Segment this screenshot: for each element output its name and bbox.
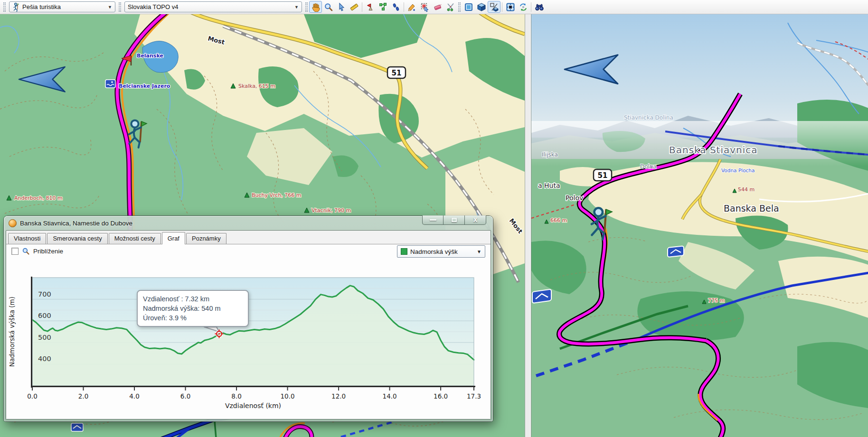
- marquee-select-tool-button[interactable]: [418, 1, 431, 13]
- tab-smerovania-cesty[interactable]: Smerovania cesty: [47, 233, 107, 244]
- center-map-icon: [506, 2, 515, 12]
- magnifier-icon: [324, 2, 333, 12]
- cursor-icon: [337, 2, 346, 12]
- map-label: a Huta: [538, 182, 560, 189]
- app-window: Pešia turistika ▼ Slovakia TOPO v4 ▼: [0, 0, 868, 437]
- ruler-icon: [349, 2, 359, 12]
- svg-text:Nadmorská výška (m): Nadmorská výška (m): [8, 297, 16, 367]
- footprints-icon: [391, 2, 401, 12]
- toolbar-separator: [404, 2, 404, 12]
- tab-mo-nosti-cesty[interactable]: Možnosti cesty: [109, 233, 161, 244]
- zoom-checkbox-label: Priblíženie: [33, 248, 63, 255]
- binoculars-icon: [535, 2, 544, 12]
- svg-text:400: 400: [38, 355, 51, 363]
- series-selector-value: Nadmorská výšk: [410, 248, 458, 255]
- map-label: Stiavnicka Dolina: [624, 114, 673, 121]
- svg-text:51: 51: [598, 171, 608, 180]
- erase-tool-button[interactable]: [431, 1, 444, 13]
- selection-tool-button[interactable]: [335, 1, 348, 13]
- recalculate-tool-button[interactable]: [517, 1, 529, 13]
- close-button[interactable]: X: [465, 215, 486, 225]
- horizon-haze: [531, 121, 868, 166]
- route-icon: [9, 219, 17, 227]
- split-3d-view-tool-button[interactable]: [488, 1, 500, 13]
- dialog-titlebar[interactable]: Banska Stiavnica, Namestie do Dubove: [4, 216, 493, 230]
- toolbar-grip[interactable]: [119, 2, 121, 12]
- map-label: 666 m: [550, 217, 567, 223]
- elevation-profile-chart[interactable]: 4005006007000.02.04.06.08.010.012.014.01…: [4, 261, 493, 421]
- toolbar-grip[interactable]: [458, 2, 461, 12]
- tab-pozn-mky[interactable]: Poznámky: [186, 233, 226, 244]
- map-label: Dolna: [640, 163, 657, 170]
- map-3d-pane[interactable]: Stiavnicka DolinaIlijskaa HutaPolovBansk…: [531, 14, 868, 437]
- edit-pencil-icon: [407, 2, 417, 12]
- maximize-icon: [452, 218, 457, 222]
- maximize-button[interactable]: [443, 215, 465, 225]
- svg-text:16.0: 16.0: [434, 392, 448, 400]
- blue-square-icon: [464, 2, 473, 12]
- map-label: Belanske: [137, 53, 163, 59]
- route-icon: [378, 2, 388, 12]
- minimize-button[interactable]: [422, 215, 443, 225]
- map-label: 775 m: [708, 298, 725, 304]
- zoom-tool-button[interactable]: [322, 1, 335, 13]
- map-label: Banska Bela: [724, 203, 779, 214]
- road-shield: 51: [594, 169, 612, 181]
- series-color-swatch: [401, 248, 407, 255]
- map-label: Vtacnik, 790 m: [311, 207, 351, 214]
- area-select-tool-button[interactable]: [462, 1, 475, 13]
- svg-text:0.0: 0.0: [27, 392, 37, 400]
- activity-profile-combobox[interactable]: Pešia turistika ▼: [9, 1, 115, 12]
- route-tool-button[interactable]: [377, 1, 389, 13]
- window-buttons: X: [422, 215, 486, 225]
- svg-text:Vzdialenosť (km): Vzdialenosť (km): [225, 402, 281, 409]
- tab-vlastnosti[interactable]: Vlastnosti: [8, 233, 46, 244]
- road-shield: 51: [387, 67, 406, 78]
- toolbar-separator: [502, 2, 502, 12]
- toolbar-grip[interactable]: [305, 2, 308, 12]
- tab-graf[interactable]: Graf: [162, 232, 185, 244]
- chevron-down-icon: ▼: [477, 249, 481, 254]
- svg-text:17.3: 17.3: [467, 392, 481, 400]
- svg-text:2.0: 2.0: [78, 392, 88, 400]
- measure-tool-button[interactable]: [348, 1, 360, 13]
- pane-splitter[interactable]: [525, 14, 531, 437]
- series-selector-combobox[interactable]: Nadmorská výšk ▼: [397, 245, 485, 258]
- map-label: Buchy Vrch, 766 m: [252, 192, 302, 198]
- chevron-down-icon: ▼: [108, 5, 112, 9]
- route-properties-dialog: Banska Stiavnica, Namestie do Dubove X V…: [4, 216, 493, 421]
- center-map-tool-button[interactable]: [504, 1, 517, 13]
- waypoint-flag-icon: [366, 2, 375, 12]
- topo-map-3d: Stiavnicka DolinaIlijskaa HutaPolovBansk…: [531, 14, 868, 437]
- minimize-icon: [430, 219, 436, 221]
- map-label: Vodna Plocha: [721, 167, 755, 173]
- cut-tool-button[interactable]: [444, 1, 457, 13]
- map-product-value: Slovakia TOPO v4: [128, 3, 178, 10]
- view-3d-tool-button[interactable]: [475, 1, 488, 13]
- svg-text:51: 51: [392, 69, 402, 77]
- map-label: Belcianske Jazero: [119, 83, 170, 89]
- toolbar-grip[interactable]: [3, 2, 6, 12]
- scissors-icon: [446, 2, 455, 12]
- toolbar-separator: [531, 2, 531, 12]
- zoom-checkbox[interactable]: [11, 248, 19, 255]
- pan-tool-button[interactable]: [309, 1, 322, 13]
- map-label: Banska Stiavnica: [669, 144, 758, 156]
- swim-area-icon: [105, 80, 115, 88]
- activity-profile-value: Pešia turistika: [22, 3, 61, 10]
- waypoint-tool-button[interactable]: [364, 1, 377, 13]
- toolbar-tool-buttons: [304, 1, 546, 13]
- svg-text:600: 600: [38, 312, 51, 319]
- svg-text:8.0: 8.0: [231, 392, 241, 400]
- map-product-combobox[interactable]: Slovakia TOPO v4 ▼: [124, 1, 302, 12]
- chart-tooltip: Vzdialenosť : 7.32 km Nadmorská výška: 5…: [137, 290, 249, 327]
- find-tool-button[interactable]: [533, 1, 546, 13]
- tooltip-distance: Vzdialenosť : 7.32 km: [143, 294, 243, 304]
- edit-tool-button[interactable]: [406, 1, 418, 13]
- trail-sign-icon: [71, 423, 83, 431]
- map-label: Anderboch, 810 m: [14, 195, 63, 201]
- hand-icon: [311, 2, 321, 12]
- hiker-icon: [12, 2, 19, 12]
- main-toolbar: Pešia turistika ▼ Slovakia TOPO v4 ▼: [0, 0, 868, 14]
- track-tool-button[interactable]: [389, 1, 402, 13]
